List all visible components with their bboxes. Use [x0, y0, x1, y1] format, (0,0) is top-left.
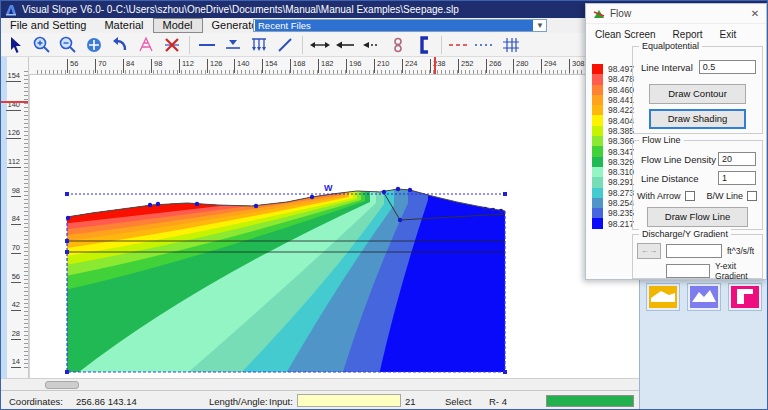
menu-exit[interactable]: Exit — [720, 29, 737, 40]
ruler-label: 14 — [11, 357, 21, 368]
ruler-label: 294 — [541, 59, 557, 73]
legend-value: 98.497 — [608, 64, 634, 74]
channel-icon[interactable] — [411, 34, 437, 56]
ruler-label: 238 — [430, 59, 446, 73]
panel-tool-yellow-button[interactable] — [646, 283, 680, 311]
tool-yellow-icon — [649, 286, 677, 308]
length-angle-label: Length/Angle: — [209, 396, 268, 407]
panel-tool-pink-button[interactable] — [728, 283, 762, 311]
legend-value: 98.329 — [608, 157, 634, 167]
discharge-label: Discharge/Y Gradient — [639, 229, 731, 239]
line-distance-label: Line Distance — [641, 173, 699, 184]
drawing-area[interactable]: W — [29, 75, 639, 378]
close-icon[interactable]: ✕ — [744, 8, 766, 19]
menu-clean-screen[interactable]: Clean Screen — [595, 29, 656, 40]
dotted-arrow-icon[interactable] — [359, 34, 385, 56]
ruler-label: 84 — [11, 214, 21, 225]
legend-value: 98.254 — [608, 198, 634, 208]
zoom-out-icon[interactable] — [55, 34, 81, 56]
anchor-icon[interactable] — [385, 34, 411, 56]
toolbar-separator — [441, 36, 442, 54]
ruler-label: 308 — [569, 59, 585, 73]
progress-bar — [546, 395, 634, 407]
draw-contour-button[interactable]: Draw Contour — [649, 84, 746, 104]
tool-pink-icon — [731, 286, 759, 308]
menu-model[interactable]: Model — [153, 18, 203, 33]
with-arrow-checkbox[interactable] — [685, 191, 695, 201]
discharge-field[interactable] — [666, 244, 722, 258]
diagonal-line-icon[interactable] — [272, 34, 298, 56]
legend-swatch — [592, 126, 603, 136]
y-exit-gradient-field[interactable] — [666, 264, 710, 278]
ruler-label: 28 — [11, 329, 21, 340]
scrollbar-thumb[interactable] — [45, 381, 79, 389]
line-icon[interactable] — [194, 34, 220, 56]
menu-file-and-setting[interactable]: File and Setting — [1, 18, 95, 33]
zoom-in-icon[interactable] — [29, 34, 55, 56]
flow-dialog-icon — [593, 8, 605, 20]
menu-report[interactable]: Report — [673, 29, 703, 40]
ruler-label: 98 — [151, 59, 162, 73]
legend-swatch — [592, 85, 603, 95]
horizontal-scrollbar[interactable] — [1, 378, 639, 390]
legend-value: 98.478 — [608, 74, 634, 84]
flow-line-label: Flow Line — [639, 135, 684, 145]
contour-plot: W — [30, 75, 640, 378]
seepage-shading — [60, 175, 510, 378]
recent-files-combobox[interactable]: Recent Files ▼ — [253, 19, 547, 32]
delete-icon[interactable] — [159, 34, 185, 56]
ruler-label: 280 — [513, 59, 529, 73]
input-label: Input: — [269, 396, 293, 407]
equalpotential-label: Equalpotential — [639, 41, 702, 51]
grid-hatch-icon[interactable] — [498, 34, 524, 56]
red-dashed-line-icon[interactable] — [446, 34, 472, 56]
tool-violet-icon — [690, 286, 718, 308]
flow-line-density-field[interactable]: 20 — [718, 152, 756, 166]
undo-icon[interactable] — [107, 34, 133, 56]
legend-value: 98.273 — [608, 188, 634, 198]
blue-dotted-line-icon[interactable] — [472, 34, 498, 56]
slope-tool-icon[interactable] — [133, 34, 159, 56]
water-table-icon[interactable] — [220, 34, 246, 56]
input-field[interactable] — [297, 394, 401, 407]
panel-tool-violet-button[interactable] — [687, 283, 721, 311]
count-value: 21 — [405, 396, 416, 407]
menu-material[interactable]: Material — [95, 18, 152, 33]
line-interval-field[interactable]: 0.5 — [699, 60, 756, 74]
pan-icon[interactable] — [81, 34, 107, 56]
r-value: R- 4 — [489, 396, 507, 407]
water-label: W — [324, 183, 333, 193]
legend-swatch — [592, 64, 603, 74]
ruler-label: 266 — [486, 59, 502, 73]
contour-legend: 98.497 98.478 98.460 98.441 98.422 98.40… — [592, 64, 634, 229]
flow-line-density-label: Flow Line Density — [641, 154, 716, 165]
bw-line-checkbox[interactable] — [747, 191, 757, 201]
flow-dialog: Flow ✕ Clean Screen Report Exit 98.497 9… — [585, 3, 767, 280]
ruler-label: 70 — [95, 59, 106, 73]
main-window: Visual Slope V6.0- 0-C:\Users\szhou\OneD… — [0, 0, 768, 410]
recent-files-selected: Recent Files — [255, 20, 533, 31]
ruler-label: 224 — [402, 59, 418, 73]
discharge-measure-button[interactable]: ←→ — [637, 243, 661, 259]
flow-dialog-titlebar[interactable]: Flow ✕ — [586, 4, 766, 24]
ruler-label: 112 — [179, 59, 194, 73]
draw-shading-button[interactable]: Draw Shading — [649, 109, 746, 129]
ruler-label: 154 — [262, 59, 278, 73]
ruler-label: 56 — [11, 272, 21, 283]
legend-swatch — [592, 74, 603, 84]
legend-swatch — [592, 208, 603, 218]
toolbar-separator — [189, 36, 190, 54]
draw-flow-line-button[interactable]: Draw Flow Line — [647, 207, 748, 227]
double-arrow-icon[interactable] — [307, 34, 333, 56]
discharge-group: Discharge/Y Gradient ←→ ft^3/s/ft Y-exit… — [632, 234, 763, 279]
distributed-load-icon[interactable] — [246, 34, 272, 56]
ruler-label: 140 — [234, 59, 250, 73]
toolbar-separator — [302, 36, 303, 54]
cursor-icon[interactable] — [3, 34, 29, 56]
legend-swatch — [592, 167, 603, 177]
ruler-label: 182 — [318, 59, 334, 73]
left-arrow-icon[interactable] — [333, 34, 359, 56]
legend-value: 98.422 — [608, 105, 634, 115]
chevron-down-icon[interactable]: ▼ — [534, 21, 546, 30]
line-distance-field[interactable]: 1 — [718, 171, 756, 185]
